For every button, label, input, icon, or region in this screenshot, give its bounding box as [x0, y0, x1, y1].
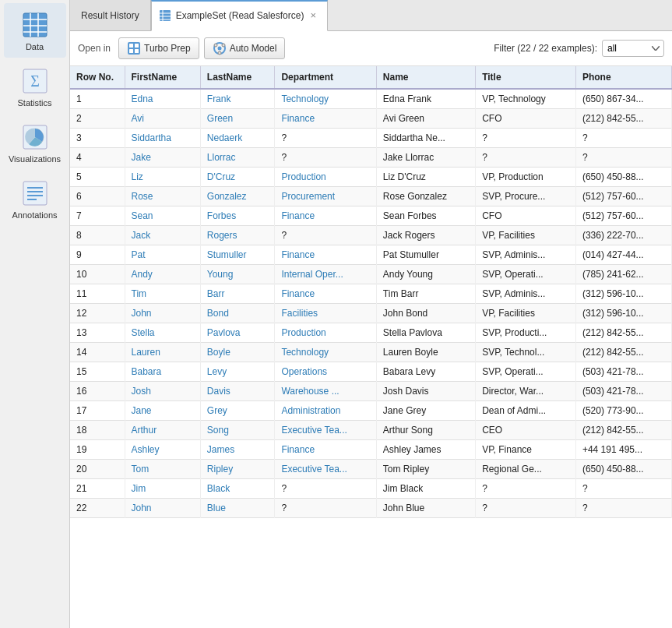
sidebar-item-statistics[interactable]: Σ Statistics	[4, 59, 66, 114]
table-cell: Liz	[125, 168, 200, 187]
table-cell: Andy Young	[376, 265, 475, 284]
turbo-prep-button[interactable]: Turbo Prep	[118, 37, 199, 59]
table-cell: Levy	[200, 362, 275, 382]
table-cell: ?	[476, 499, 576, 518]
table-cell: (512) 757-60...	[575, 187, 671, 206]
table-cell: (212) 842-55...	[575, 343, 671, 362]
table-cell: Arthur Song	[376, 421, 475, 440]
table-cell: Jack Rogers	[376, 226, 475, 245]
col-header-firstname: FirstName	[125, 66, 200, 89]
table-cell: 14	[70, 343, 125, 362]
tab-example-set[interactable]: ExampleSet (Read Salesforce) ×	[151, 0, 328, 31]
table-row[interactable]: 12JohnBondFacilitiesJohn BondVP, Facilit…	[70, 304, 672, 323]
table-cell: Tim	[125, 284, 200, 304]
table-row[interactable]: 13StellaPavlovaProductionStella PavlovaS…	[70, 323, 672, 343]
table-cell: VP, Production	[476, 168, 576, 187]
table-cell: 19	[70, 440, 125, 460]
tab-result-history[interactable]: Result History	[70, 0, 151, 30]
table-cell: SVP, Adminis...	[476, 284, 576, 304]
table-cell: Siddartha Ne...	[376, 129, 475, 148]
table-row[interactable]: 6RoseGonzalezProcurementRose GonzalezSVP…	[70, 187, 672, 206]
table-cell: Nedaerk	[200, 129, 275, 148]
table-cell: Tim Barr	[376, 284, 475, 304]
table-cell: 11	[70, 284, 125, 304]
table-cell: Regional Ge...	[476, 460, 576, 479]
table-cell: Stella	[125, 323, 200, 343]
table-row[interactable]: 16JoshDavisWarehouse ...Josh DavisDirect…	[70, 382, 672, 401]
table-cell: 10	[70, 265, 125, 284]
table-row[interactable]: 22JohnBlue?John Blue??	[70, 499, 672, 518]
table-row[interactable]: 20TomRipleyExecutive Tea...Tom RipleyReg…	[70, 460, 672, 479]
table-cell: (503) 421-78...	[575, 362, 671, 382]
table-row[interactable]: 1EdnaFrankTechnologyEdna FrankVP, Techno…	[70, 89, 672, 109]
table-cell: Song	[200, 421, 275, 440]
table-cell: VP, Finance	[476, 440, 576, 460]
table-cell: Siddartha	[125, 129, 200, 148]
table-cell: Frank	[200, 89, 275, 109]
col-header-name: Name	[376, 66, 475, 89]
table-row[interactable]: 4JakeLlorrac?Jake Llorrac??	[70, 148, 672, 168]
table-cell: Andy	[125, 265, 200, 284]
table-cell: Jane Grey	[376, 401, 475, 421]
table-cell: SVP, Adminis...	[476, 245, 576, 265]
table-row[interactable]: 21JimBlack?Jim Black??	[70, 479, 672, 499]
table-row[interactable]: 8JackRogers?Jack RogersVP, Facilities(33…	[70, 226, 672, 245]
table-cell: Finance	[275, 109, 376, 129]
table-row[interactable]: 17JaneGreyAdministrationJane GreyDean of…	[70, 401, 672, 421]
table-cell: 4	[70, 148, 125, 168]
table-row[interactable]: 5LizD'CruzProductionLiz D'CruzVP, Produc…	[70, 168, 672, 187]
table-cell: Facilities	[275, 304, 376, 323]
table-cell: Blue	[200, 499, 275, 518]
table-cell: 3	[70, 129, 125, 148]
table-cell: Avi	[125, 109, 200, 129]
table-cell: 15	[70, 362, 125, 382]
table-cell: 21	[70, 479, 125, 499]
table-cell: Avi Green	[376, 109, 475, 129]
sidebar-item-annotations[interactable]: Annotations	[4, 171, 66, 226]
table-cell: SVP, Producti...	[476, 323, 576, 343]
table-cell: 8	[70, 226, 125, 245]
table-row[interactable]: 11TimBarrFinanceTim BarrSVP, Adminis...(…	[70, 284, 672, 304]
auto-model-button[interactable]: Auto Model	[204, 37, 286, 59]
table-row[interactable]: 15BabaraLevyOperationsBabara LevySVP, Op…	[70, 362, 672, 382]
table-cell: Ashley James	[376, 440, 475, 460]
auto-model-icon	[213, 41, 227, 55]
table-cell: Babara Levy	[376, 362, 475, 382]
tab-dataset-icon	[158, 9, 172, 23]
table-row[interactable]: 18ArthurSongExecutive Tea...Arthur SongC…	[70, 421, 672, 440]
main-content: Result History ExampleSet (Read Salesfor…	[70, 0, 672, 628]
table-cell: Executive Tea...	[275, 421, 376, 440]
table-cell: ?	[476, 479, 576, 499]
table-cell: Sean	[125, 206, 200, 226]
table-cell: Production	[275, 168, 376, 187]
table-cell: Young	[200, 265, 275, 284]
table-cell: Pat Stumuller	[376, 245, 475, 265]
table-cell: ?	[575, 148, 671, 168]
table-cell: VP, Facilities	[476, 304, 576, 323]
table-row[interactable]: 10AndyYoungInternal Oper...Andy YoungSVP…	[70, 265, 672, 284]
table-cell: Llorrac	[200, 148, 275, 168]
svg-rect-22	[135, 44, 139, 48]
filter-label: Filter (22 / 22 examples):	[494, 43, 597, 54]
svg-text:Σ: Σ	[30, 72, 40, 90]
tab-close-button[interactable]: ×	[310, 10, 316, 20]
table-cell: Administration	[275, 401, 376, 421]
filter-dropdown[interactable]: all correct wrong	[602, 40, 664, 57]
sidebar-item-data[interactable]: Data	[4, 3, 66, 58]
filter-area: Filter (22 / 22 examples): all correct w…	[494, 40, 664, 57]
table-row[interactable]: 19AshleyJamesFinanceAshley JamesVP, Fina…	[70, 440, 672, 460]
table-cell: Sean Forbes	[376, 206, 475, 226]
table-row[interactable]: 7SeanForbesFinanceSean ForbesCFO(512) 75…	[70, 206, 672, 226]
table-cell: 5	[70, 168, 125, 187]
table-cell: Edna	[125, 89, 200, 109]
table-row[interactable]: 3SiddarthaNedaerk?Siddartha Ne...??	[70, 129, 672, 148]
table-row[interactable]: 9PatStumullerFinancePat StumullerSVP, Ad…	[70, 245, 672, 265]
table-cell: Jake	[125, 148, 200, 168]
table-row[interactable]: 2AviGreenFinanceAvi GreenCFO(212) 842-55…	[70, 109, 672, 129]
sidebar-item-visualizations[interactable]: Visualizations	[4, 115, 66, 170]
table-row[interactable]: 14LaurenBoyleTechnologyLauren BoyleSVP, …	[70, 343, 672, 362]
table-cell: Rose Gonzalez	[376, 187, 475, 206]
table-cell: Edna Frank	[376, 89, 475, 109]
table-cell: 9	[70, 245, 125, 265]
sidebar-statistics-label: Statistics	[17, 98, 51, 108]
